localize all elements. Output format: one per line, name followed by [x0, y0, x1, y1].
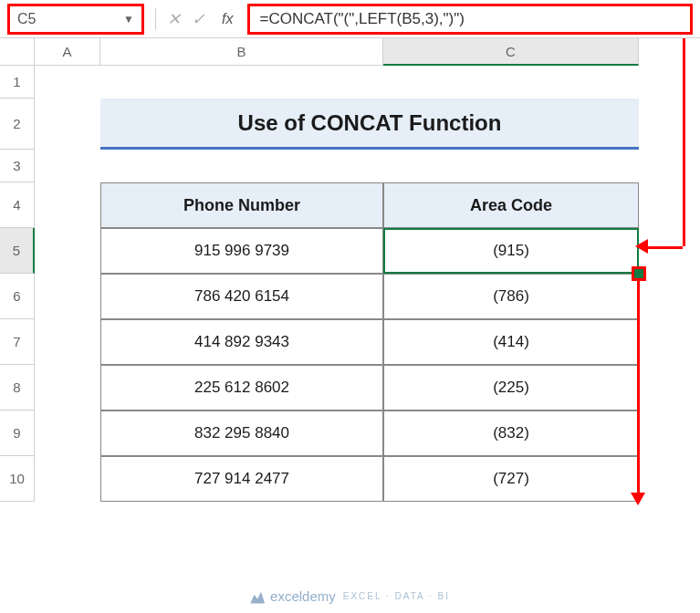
watermark: exceldemy EXCEL · DATA · BI [250, 588, 450, 604]
cell-reference: C5 [17, 11, 36, 27]
spreadsheet-grid: A B C 1 2 3 4 5 6 7 8 9 10 Use of CONCAT… [0, 38, 700, 502]
cell-c10[interactable]: (727) [383, 456, 639, 502]
cancel-icon[interactable]: ✕ [167, 9, 181, 29]
watermark-brand: exceldemy [270, 588, 336, 604]
cell-c6[interactable]: (786) [383, 274, 639, 319]
row-header-3[interactable]: 3 [0, 150, 35, 182]
cell-c8[interactable]: (225) [383, 365, 639, 410]
row-header-10[interactable]: 10 [0, 456, 35, 502]
title-cell[interactable]: Use of CONCAT Function [100, 99, 639, 150]
cell-b10[interactable]: 727 914 2477 [100, 456, 383, 502]
cells-area[interactable]: Use of CONCAT Function Phone Number Area… [35, 66, 700, 502]
annotation-line [637, 281, 640, 494]
row-header-7[interactable]: 7 [0, 319, 35, 365]
row-header-2[interactable]: 2 [0, 99, 35, 150]
annotation-line [646, 246, 683, 249]
row-header-1[interactable]: 1 [0, 66, 35, 99]
cell-b6[interactable]: 786 420 6154 [100, 274, 383, 319]
cell-b5[interactable]: 915 996 9739 [100, 228, 383, 274]
formula-input[interactable]: =CONCAT("(",LEFT(B5,3),")") [247, 4, 693, 35]
row-header-5[interactable]: 5 [0, 228, 35, 274]
chevron-down-icon[interactable]: ▼ [123, 13, 134, 26]
watermark-logo-icon [250, 589, 265, 604]
column-header-a[interactable]: A [35, 38, 100, 66]
cell-c5[interactable]: (915) [383, 228, 639, 274]
watermark-tagline: EXCEL · DATA · BI [343, 591, 450, 601]
cell-c7[interactable]: (414) [383, 319, 639, 365]
column-header-c[interactable]: C [383, 38, 639, 66]
header-phone[interactable]: Phone Number [100, 182, 383, 228]
formula-text: =CONCAT("(",LEFT(B5,3),")") [259, 10, 465, 28]
row-header-9[interactable]: 9 [0, 410, 35, 456]
formula-bar: C5 ▼ ✕ ✓ fx =CONCAT("(",LEFT(B5,3),")") [0, 0, 700, 38]
name-box[interactable]: C5 ▼ [7, 4, 144, 35]
select-all-corner[interactable] [0, 38, 35, 66]
row-header-8[interactable]: 8 [0, 365, 35, 410]
cell-c9[interactable]: (832) [383, 410, 639, 456]
cell-b8[interactable]: 225 612 8602 [100, 365, 383, 410]
enter-icon[interactable]: ✓ [192, 9, 205, 29]
cell-b9[interactable]: 832 295 8840 [100, 410, 383, 456]
annotation-arrow-icon [631, 493, 645, 505]
header-area[interactable]: Area Code [383, 182, 639, 228]
cell-b7[interactable]: 414 892 9343 [100, 319, 383, 365]
row-headers: 1 2 3 4 5 6 7 8 9 10 [0, 66, 35, 502]
annotation-arrow-icon [635, 239, 648, 254]
row-header-6[interactable]: 6 [0, 274, 35, 319]
annotation-line [683, 38, 685, 246]
fill-handle[interactable] [632, 266, 646, 281]
divider [155, 8, 156, 30]
formula-bar-icons: ✕ ✓ fx [167, 9, 233, 29]
column-header-b[interactable]: B [100, 38, 383, 66]
column-headers: A B C [0, 38, 700, 66]
fx-icon[interactable]: fx [222, 11, 233, 27]
row-header-4[interactable]: 4 [0, 182, 35, 228]
